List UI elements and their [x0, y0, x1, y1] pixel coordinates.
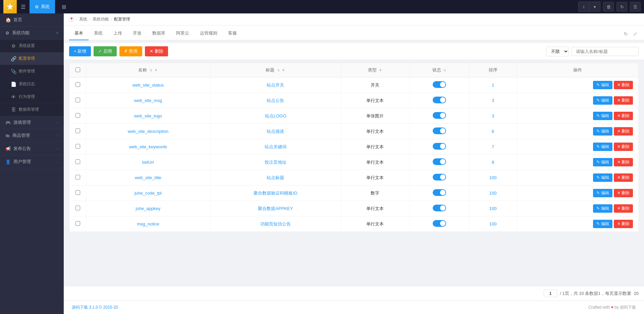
row-order-link[interactable]: 8 [492, 160, 494, 165]
row-order-link[interactable]: 100 [489, 221, 497, 226]
edit-button[interactable]: ✎ 编辑 [593, 158, 612, 166]
status-toggle[interactable] [433, 97, 446, 103]
status-toggle[interactable] [433, 158, 446, 165]
del-button[interactable]: ✕ 删除 [614, 189, 633, 197]
status-toggle[interactable] [433, 189, 446, 196]
del-button[interactable]: ✕ 删除 [614, 112, 633, 120]
edit-button[interactable]: ✎ 编辑 [593, 173, 612, 182]
enable-button[interactable]: ✓ 启用 [94, 46, 117, 56]
row-order-link[interactable]: 3 [492, 113, 494, 118]
sidebar-item-attachment[interactable]: 📎 附件管理 [0, 65, 64, 78]
search-input[interactable] [572, 47, 639, 56]
del-button[interactable]: ✕ 删除 [614, 81, 633, 89]
sidebar-item-sys-settings[interactable]: ⚙ 系统设置 [0, 40, 64, 52]
del-button[interactable]: ✕ 删除 [614, 158, 633, 166]
row-title-link[interactable]: 站点关键词 [265, 144, 286, 149]
select-all-checkbox[interactable] [75, 67, 80, 72]
filter-select[interactable]: 不限 [546, 47, 569, 56]
row-name-link[interactable]: juhe_appkey [136, 206, 161, 211]
topbar-grid-tab[interactable]: ⊞ [56, 0, 71, 13]
status-toggle[interactable] [433, 174, 446, 180]
disable-button[interactable]: ✗ 禁用 [119, 46, 143, 56]
row-order-link[interactable]: 100 [489, 191, 497, 196]
row-name-link[interactable]: web_site_description [128, 129, 168, 134]
row-select-checkbox[interactable] [75, 113, 80, 118]
status-toggle[interactable] [433, 220, 446, 227]
row-order-link[interactable]: 7 [492, 144, 494, 149]
tab-basic[interactable]: 基本 [69, 27, 89, 40]
row-select-checkbox[interactable] [75, 159, 80, 164]
row-select-checkbox[interactable] [75, 206, 80, 210]
sort-title-icon[interactable]: ⇅ [277, 68, 280, 72]
row-select-checkbox[interactable] [75, 144, 80, 149]
breadcrumb-sys[interactable]: 系统 [79, 16, 87, 22]
status-toggle[interactable] [433, 205, 446, 211]
filter-title-icon[interactable]: ▼ [282, 68, 285, 72]
tab-dev[interactable]: 开发 [127, 27, 147, 40]
row-order-link[interactable]: 100 [489, 206, 497, 211]
row-title-link[interactable]: 站点标题 [267, 175, 284, 180]
tab-upload[interactable]: 上传 [108, 27, 127, 40]
row-name-link[interactable]: juhe_code_tpl [135, 191, 162, 196]
row-select-checkbox[interactable] [75, 128, 80, 133]
topbar-system-tab[interactable]: ⚙ 系统 [30, 0, 55, 13]
menu-toggle-icon[interactable]: ☰ [18, 2, 28, 11]
row-order-link[interactable]: 1 [492, 83, 494, 88]
row-title-link[interactable]: 站点公告 [267, 98, 284, 103]
page-input[interactable] [544, 290, 557, 297]
row-name-link[interactable]: web_site_title [135, 175, 161, 180]
row-name-link[interactable]: web_site_keywords [129, 144, 167, 149]
footer-download-link[interactable]: 源码下载 3.1.0 © 2015-20 [72, 305, 118, 310]
del-button[interactable]: ✕ 删除 [614, 143, 633, 151]
edit-button[interactable]: ✎ 编辑 [593, 220, 612, 228]
tab-system[interactable]: 系统 [89, 27, 108, 40]
del-button[interactable]: ✕ 删除 [614, 96, 633, 105]
sidebar-item-goods-mgmt[interactable]: 🛍 商品管理 › [0, 129, 64, 142]
topbar-trash-btn[interactable]: 🗑 [603, 2, 614, 11]
row-title-link[interactable]: 站点开关 [267, 83, 284, 88]
row-order-link[interactable]: 100 [489, 175, 497, 180]
edit-button[interactable]: ✎ 编辑 [593, 96, 612, 105]
sidebar-item-home[interactable]: 🏠 首页 [0, 13, 64, 27]
tab-rules[interactable]: 运营规则 [195, 27, 223, 40]
row-select-checkbox[interactable] [75, 221, 80, 226]
sidebar-item-behavior[interactable]: 👁 行为管理 [0, 91, 64, 103]
row-title-link[interactable]: 站点描述 [267, 129, 284, 134]
status-toggle[interactable] [433, 127, 446, 134]
row-select-checkbox[interactable] [75, 175, 80, 179]
delete-button[interactable]: ✕ 删除 [145, 46, 168, 56]
sidebar-item-db[interactable]: 🗄 数据库管理 [0, 103, 64, 116]
tab-database[interactable]: 数据库 [147, 27, 171, 40]
topbar-more-btn[interactable]: ☰ [630, 2, 641, 11]
edit-button[interactable]: ✎ 编辑 [593, 143, 612, 151]
tab-service[interactable]: 客服 [223, 27, 242, 40]
filter-type-icon[interactable]: ▼ [379, 68, 382, 72]
row-order-link[interactable]: 6 [492, 129, 494, 134]
row-title-link[interactable]: 站点LOGO [265, 113, 286, 118]
topbar-refresh-btn[interactable]: ↻ [616, 2, 627, 11]
edit-button[interactable]: ✎ 编辑 [593, 112, 612, 120]
sidebar-item-sys-func[interactable]: ⚙ 系统功能 ▾ [0, 27, 64, 40]
row-name-link[interactable]: web_site_logo [134, 113, 162, 118]
row-name-link[interactable]: betUrl [142, 160, 154, 165]
sidebar-item-config-mgmt[interactable]: 🔗 配置管理 [0, 52, 64, 65]
edit-button[interactable]: ✎ 编辑 [593, 81, 612, 89]
status-toggle[interactable] [433, 143, 446, 150]
edit-button[interactable]: ✎ 编辑 [593, 127, 612, 136]
status-toggle[interactable] [433, 112, 446, 119]
tab-aliyun[interactable]: 阿里云 [171, 27, 195, 40]
row-title-link[interactable]: 聚合数据验证码模板ID [254, 191, 297, 196]
row-select-checkbox[interactable] [75, 190, 80, 195]
sidebar-item-game-mgmt[interactable]: 🎮 游戏管理 › [0, 116, 64, 129]
add-button[interactable]: + 新增 [69, 46, 91, 56]
row-title-link[interactable]: 功能页短信公告 [260, 221, 291, 226]
row-select-checkbox[interactable] [75, 98, 80, 102]
row-name-link[interactable]: msg_notice [137, 221, 159, 226]
del-button[interactable]: ✕ 删除 [614, 204, 633, 213]
refresh-icon[interactable]: ↻ [623, 30, 629, 38]
fullscreen-icon[interactable]: ⤢ [632, 30, 639, 38]
row-select-checkbox[interactable] [75, 82, 80, 87]
del-button[interactable]: ✕ 删除 [614, 173, 633, 182]
sidebar-item-user-mgmt[interactable]: 👤 用户管理 › [0, 155, 64, 168]
sidebar-item-syslog[interactable]: 📄 系统日志 [0, 78, 64, 91]
